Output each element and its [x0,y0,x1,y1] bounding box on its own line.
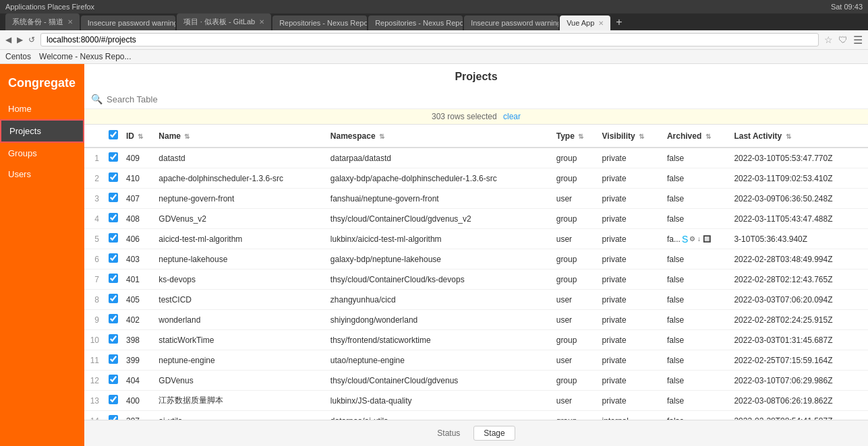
col-type[interactable]: Type ⇅ [552,125,598,148]
cell-visibility: private [598,310,663,330]
table-row: 9 402 wonderland shiyingdong/wonderland … [84,310,868,330]
row-checkbox-cell[interactable] [105,310,122,330]
cell-name: apache-dolphinscheduler-1.3.6-src [154,168,326,189]
cell-archived: false [663,290,730,310]
cell-namespace: galaxy-bdp/neptune-lakehouse [326,249,552,269]
tab-1[interactable]: Insecure password warning i...✕ [81,15,175,30]
col-last-activity[interactable]: Last Activity ⇅ [730,125,868,148]
address-bar: ◀ ▶ ↺ ☆ 🛡 ☰ [0,30,868,50]
bookmark-centos[interactable]: Centos [5,52,31,61]
tab-5[interactable]: Insecure password warning i...✕ [464,15,558,30]
row-checkbox-cell[interactable] [105,290,122,310]
row-checkbox-cell[interactable] [105,391,122,411]
sidebar: Congregate Home Projects Groups Users [0,64,84,446]
back-button[interactable]: ◀ [5,35,11,44]
row-checkbox[interactable] [109,395,118,404]
cell-namespace: thsy/cloud/ContainerCloud/ks-devops [326,269,552,290]
cell-type: group [552,330,598,350]
table-row: 3 407 neptune-govern-front fanshuai/nept… [84,189,868,209]
row-checkbox-cell[interactable] [105,411,122,420]
cell-name: neptune-lakehouse [154,249,326,269]
cell-type: group [552,269,598,290]
tab-0[interactable]: 系统备份 - 猫道✕ [5,13,80,30]
row-checkbox-cell[interactable] [105,269,122,290]
sidebar-item-projects[interactable]: Projects [0,119,84,143]
sidebar-item-home[interactable]: Home [0,98,84,119]
cell-name: ai-utils [154,411,326,420]
cell-id: 404 [122,371,154,391]
col-name[interactable]: Name ⇅ [154,125,326,148]
row-checkbox[interactable] [109,314,118,323]
reload-button[interactable]: ↺ [28,35,35,44]
row-checkbox-cell[interactable] [105,168,122,189]
tab-3[interactable]: Repositories - Nexus Repo...✕ [272,15,367,30]
row-checkbox-cell[interactable] [105,229,122,249]
row-checkbox[interactable] [109,172,118,182]
row-checkbox[interactable] [109,253,118,263]
row-checkbox-cell[interactable] [105,350,122,371]
cell-visibility: private [598,350,663,371]
col-visibility[interactable]: Visibility ⇅ [598,125,663,148]
cell-id: 409 [122,148,154,168]
tab-6[interactable]: Vue App✕ [560,15,610,30]
new-tab-button[interactable]: + [612,16,626,28]
table-container[interactable]: ID ⇅ Name ⇅ Namespace ⇅ Type ⇅ Visibilit… [84,125,868,420]
row-checkbox[interactable] [109,193,118,202]
id-sort-icon: ⇅ [138,133,143,140]
row-checkbox-cell[interactable] [105,249,122,269]
row-checkbox[interactable] [109,375,118,384]
table-row: 7 401 ks-devops thsy/cloud/ContainerClou… [84,269,868,290]
cell-type: group [552,411,598,420]
clear-selection-link[interactable]: clear [503,112,521,121]
cell-namespace: galaxy-bdp/apache-dolphinscheduler-1.3.6… [326,168,552,189]
bookmark-nexus[interactable]: Welcome - Nexus Repo... [39,52,132,61]
sidebar-item-users[interactable]: Users [0,164,84,185]
row-checkbox[interactable] [109,274,118,283]
sidebar-item-groups[interactable]: Groups [0,143,84,164]
menu-button[interactable]: ☰ [853,34,863,46]
name-sort-icon: ⇅ [184,133,190,140]
cell-id: 410 [122,168,154,189]
page-title: Projects [84,64,868,90]
row-number: 5 [84,229,105,249]
select-all-checkbox[interactable] [109,130,118,139]
row-checkbox-cell[interactable] [105,148,122,168]
cell-name: ks-devops [154,269,326,290]
row-checkbox-cell[interactable] [105,371,122,391]
tab-2[interactable]: 项目 · 似表板 - GitLab✕ [177,13,271,30]
row-checkbox[interactable] [109,152,118,162]
cell-id: 401 [122,269,154,290]
row-checkbox[interactable] [109,233,118,243]
main-content: Projects 🔍 303 rows selected clear ID ⇅ … [84,64,868,446]
address-input[interactable] [40,33,819,46]
search-input[interactable] [107,94,861,104]
row-checkbox-cell[interactable] [105,189,122,209]
cell-visibility: internal [598,411,663,420]
browser-title: Applications Places Firefox [5,3,94,11]
row-checkbox-cell[interactable] [105,330,122,350]
row-number: 14 [84,411,105,420]
bookmark-star[interactable]: ☆ [824,34,833,45]
cell-id: 398 [122,330,154,350]
cell-type: group [552,209,598,229]
row-checkbox[interactable] [109,415,118,420]
col-archived[interactable]: Archived ⇅ [663,125,730,148]
checkbox-header-cell[interactable] [105,125,122,148]
cell-type: user [552,350,598,371]
forward-button[interactable]: ▶ [17,35,23,44]
tab-4[interactable]: Repositories - Nexus Repo...✕ [368,15,463,30]
row-checkbox-cell[interactable] [105,209,122,229]
row-checkbox[interactable] [109,334,118,344]
row-checkbox[interactable] [109,213,118,222]
cell-namespace: fanshuai/neptune-govern-front [326,189,552,209]
col-id[interactable]: ID ⇅ [122,125,154,148]
row-checkbox[interactable] [109,294,118,303]
cell-archived: false [663,310,730,330]
cell-namespace: utao/neptune-engine [326,350,552,371]
col-namespace[interactable]: Namespace ⇅ [326,125,552,148]
stage-button[interactable]: Stage [473,426,515,441]
row-checkbox[interactable] [109,354,118,364]
cell-last-activity: 2022-03-09T06:36:50.248Z [730,189,868,209]
cell-type: user [552,310,598,330]
cell-id: 403 [122,249,154,269]
